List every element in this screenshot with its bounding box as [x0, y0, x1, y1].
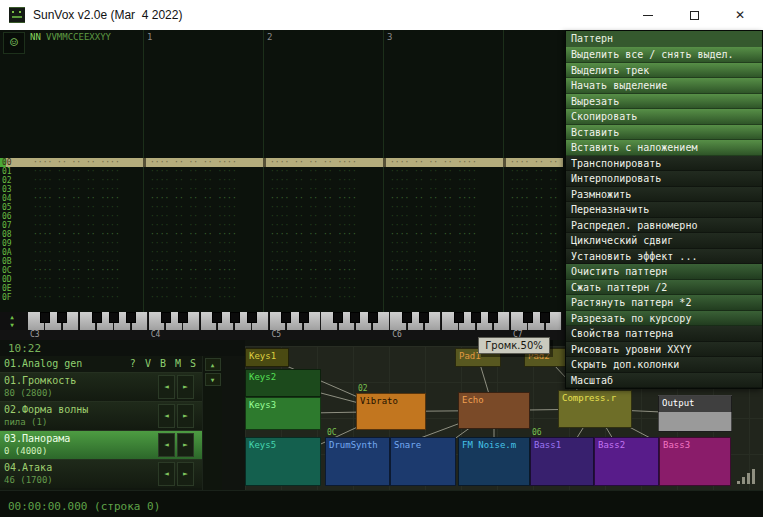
pattern-cell[interactable]: ···· ·· ·· ·· ···· — [33, 266, 139, 275]
pattern-cell[interactable]: ···· ·· ·· ·· ···· — [150, 257, 256, 266]
menu-item[interactable]: Вставить с наложением — [566, 140, 762, 156]
pattern-cell[interactable]: ···· ·· ·· ·· ···· — [390, 167, 496, 176]
pattern-cell[interactable]: ···· ·· ·· ·· ···· — [390, 257, 496, 266]
pattern-cell[interactable]: ···· ·· ·· ·· ···· — [270, 257, 376, 266]
module-vibrato[interactable]: Vibrato — [356, 393, 426, 430]
increase-button[interactable]: ► — [177, 404, 194, 428]
module-keys3[interactable]: Keys3 — [245, 397, 321, 430]
pattern-cell[interactable]: ···· ·· ·· ·· ···· — [270, 167, 376, 176]
module-drumsynth[interactable]: DrumSynth — [325, 437, 390, 486]
pattern-cell[interactable]: ···· ·· ·· ·· ···· — [33, 158, 139, 167]
octave-down-icon[interactable]: ▼ — [4, 321, 20, 329]
piano-key-black[interactable] — [40, 312, 50, 323]
pattern-row[interactable]: 0F···· ·· ·· ·· ········ ·· ·· ·· ······… — [0, 293, 563, 302]
pattern-cell[interactable]: ···· ·· ·· ·· ···· — [33, 203, 139, 212]
pattern-cell[interactable]: ···· ·· ·· ·· ···· — [33, 230, 139, 239]
piano-key-black[interactable] — [368, 312, 378, 323]
piano-key-black[interactable] — [471, 312, 481, 323]
pattern-cell[interactable]: ···· ·· ·· ·· ···· — [390, 239, 496, 248]
menu-item[interactable]: Рисовать уровни XXYY — [566, 342, 762, 358]
module-keys1[interactable]: Keys1 — [245, 348, 289, 367]
menu-item[interactable]: Свойства паттерна — [566, 326, 762, 342]
panel-button-v[interactable]: V — [145, 358, 151, 369]
pattern-cell[interactable]: ···· ·· ·· ·· ···· — [390, 275, 496, 284]
menu-item[interactable]: Очистить паттерн — [566, 264, 762, 280]
pattern-row[interactable]: 09···· ·· ·· ·· ········ ·· ·· ·· ······… — [0, 239, 563, 248]
pattern-cell[interactable]: ···· ·· ·· ·· ···· — [390, 203, 496, 212]
menu-item[interactable]: Скопировать — [566, 109, 762, 125]
pattern-cell[interactable]: ···· ·· ·· ·· ···· — [150, 158, 256, 167]
pattern-cell[interactable]: ···· ·· ·· ·· ···· — [510, 158, 563, 167]
piano-key-black[interactable] — [488, 312, 498, 323]
pattern-cell[interactable]: ···· ·· ·· ·· ···· — [150, 185, 256, 194]
decrease-button[interactable]: ◄ — [158, 433, 175, 457]
piano-key-black[interactable] — [92, 312, 102, 323]
close-button[interactable]: ✕ — [717, 0, 763, 30]
menu-item[interactable]: Циклический сдвиг — [566, 233, 762, 249]
pattern-cell[interactable]: ···· ·· ·· ·· ···· — [390, 248, 496, 257]
pattern-cell[interactable]: ···· ·· ·· ·· ···· — [270, 293, 376, 302]
piano-key-black[interactable] — [57, 312, 67, 323]
minimize-button[interactable] — [625, 0, 671, 30]
increase-button[interactable]: ► — [177, 433, 194, 457]
pattern-row[interactable]: 08···· ·· ·· ·· ········ ·· ·· ·· ······… — [0, 230, 563, 239]
controller-row[interactable]: 03.Панорама0 (4000)◄► — [0, 430, 202, 459]
piano-key-black[interactable] — [540, 312, 550, 323]
piano-key-black[interactable] — [333, 312, 343, 323]
pattern-cell[interactable]: ···· ·· ·· ·· ···· — [270, 176, 376, 185]
menu-item[interactable]: Выделить все / снять выдел. — [566, 47, 762, 63]
menu-item[interactable]: Транспонировать — [566, 156, 762, 172]
pattern-cell[interactable]: ···· ·· ·· ·· ···· — [390, 284, 496, 293]
module-compress[interactable]: Compress.r — [558, 390, 632, 428]
pattern-cell[interactable]: ···· ·· ·· ·· ···· — [33, 284, 139, 293]
piano-key-black[interactable] — [419, 312, 429, 323]
piano-key-black[interactable] — [126, 312, 136, 323]
pattern-cell[interactable]: ···· ·· ·· ·· ···· — [33, 275, 139, 284]
piano-key-black[interactable] — [350, 312, 360, 323]
pattern-cell[interactable]: ···· ·· ·· ·· ···· — [270, 275, 376, 284]
piano-key-black[interactable] — [299, 312, 309, 323]
pattern-cell[interactable]: ···· ·· ·· ·· ···· — [150, 230, 256, 239]
pattern-cell[interactable]: ···· ·· ·· ·· ···· — [390, 293, 496, 302]
pattern-cell[interactable]: ···· ·· ·· ·· ···· — [33, 176, 139, 185]
pattern-cell[interactable]: ···· ·· ·· ·· ···· — [33, 293, 139, 302]
pattern-cell[interactable]: ···· ·· ·· ·· ···· — [510, 284, 563, 293]
pattern-cell[interactable]: ···· ·· ·· ·· ···· — [510, 248, 563, 257]
main-menu-button[interactable]: ☺ — [3, 32, 25, 54]
pattern-cell[interactable]: ···· ·· ·· ·· ···· — [150, 239, 256, 248]
menu-item[interactable]: Скрыть доп.колонки — [566, 357, 762, 373]
maximize-button[interactable] — [671, 0, 717, 30]
menu-item[interactable]: Вставить — [566, 125, 762, 141]
menu-item[interactable]: Вырезать — [566, 94, 762, 110]
piano-key-black[interactable] — [109, 312, 119, 323]
pattern-cell[interactable]: ···· ·· ·· ·· ···· — [33, 185, 139, 194]
pattern-cell[interactable]: ···· ·· ·· ·· ···· — [390, 221, 496, 230]
pattern-cell[interactable]: ···· ·· ·· ·· ···· — [510, 212, 563, 221]
decrease-button[interactable]: ◄ — [158, 375, 175, 399]
pattern-cell[interactable]: ···· ·· ·· ·· ···· — [150, 248, 256, 257]
pattern-row[interactable]: 0A···· ·· ·· ·· ········ ·· ·· ·· ······… — [0, 248, 563, 257]
pattern-cell[interactable]: ···· ·· ·· ·· ···· — [510, 266, 563, 275]
pattern-cell[interactable]: ···· ·· ·· ·· ···· — [33, 167, 139, 176]
menu-item[interactable]: Установить эффект ... — [566, 249, 762, 265]
pattern-cell[interactable]: ···· ·· ·· ·· ···· — [510, 167, 563, 176]
pattern-cell[interactable]: ···· ·· ·· ·· ···· — [510, 194, 563, 203]
pattern-cell[interactable]: ···· ·· ·· ·· ···· — [270, 203, 376, 212]
pattern-cell[interactable]: ···· ·· ·· ·· ···· — [390, 194, 496, 203]
pattern-cell[interactable]: ···· ·· ·· ·· ···· — [510, 230, 563, 239]
pattern-cell[interactable]: ···· ·· ·· ·· ···· — [150, 284, 256, 293]
pattern-cell[interactable]: ···· ·· ·· ·· ···· — [390, 230, 496, 239]
piano-key-black[interactable] — [230, 312, 240, 323]
piano-key-black[interactable] — [523, 312, 533, 323]
pattern-cell[interactable]: ···· ·· ·· ·· ···· — [270, 221, 376, 230]
pattern-cell[interactable]: ···· ·· ·· ·· ···· — [33, 221, 139, 230]
pattern-cell[interactable]: ···· ·· ·· ·· ···· — [150, 212, 256, 221]
pattern-cell[interactable]: ···· ·· ·· ·· ···· — [270, 158, 376, 167]
menu-item[interactable]: Распредел. равномерно — [566, 218, 762, 234]
pattern-cell[interactable]: ···· ·· ·· ·· ···· — [150, 275, 256, 284]
module-keys2[interactable]: Keys2 — [245, 369, 321, 397]
pattern-row[interactable]: 0C···· ·· ·· ·· ········ ·· ·· ·· ······… — [0, 266, 563, 275]
pattern-cell[interactable]: ···· ·· ·· ·· ···· — [150, 203, 256, 212]
pattern-cell[interactable]: ···· ·· ·· ·· ···· — [510, 275, 563, 284]
pattern-cell[interactable]: ···· ·· ·· ·· ···· — [510, 185, 563, 194]
